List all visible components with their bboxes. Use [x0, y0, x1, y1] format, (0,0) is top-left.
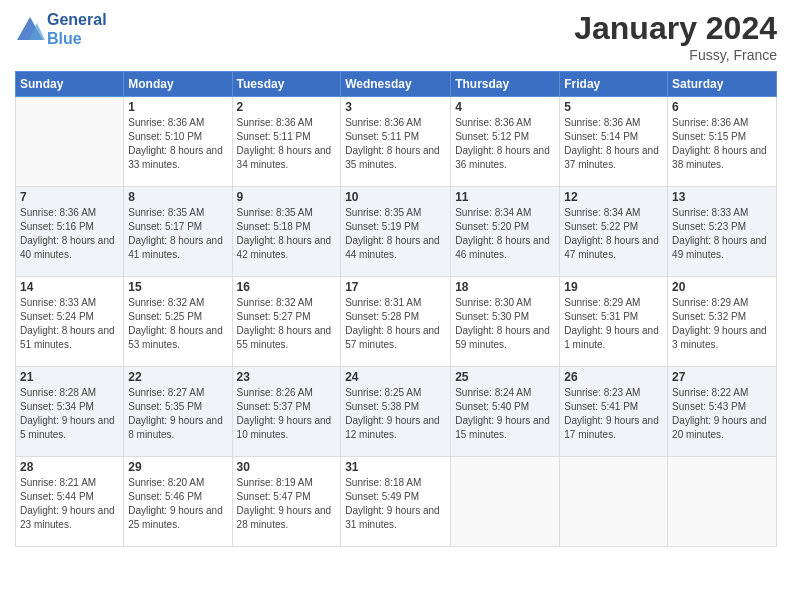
calendar-cell	[560, 457, 668, 547]
day-info-line: Sunrise: 8:30 AM	[455, 296, 555, 310]
day-info: Sunrise: 8:26 AMSunset: 5:37 PMDaylight:…	[237, 386, 337, 442]
day-info-line: Sunrise: 8:34 AM	[564, 206, 663, 220]
day-info-line: Daylight: 9 hours and 12 minutes.	[345, 414, 446, 442]
day-info: Sunrise: 8:36 AMSunset: 5:10 PMDaylight:…	[128, 116, 227, 172]
day-info: Sunrise: 8:36 AMSunset: 5:12 PMDaylight:…	[455, 116, 555, 172]
day-info: Sunrise: 8:34 AMSunset: 5:22 PMDaylight:…	[564, 206, 663, 262]
calendar-cell: 12Sunrise: 8:34 AMSunset: 5:22 PMDayligh…	[560, 187, 668, 277]
day-info: Sunrise: 8:35 AMSunset: 5:19 PMDaylight:…	[345, 206, 446, 262]
day-number: 31	[345, 460, 446, 474]
day-info-line: Sunset: 5:41 PM	[564, 400, 663, 414]
day-info-line: Sunrise: 8:36 AM	[237, 116, 337, 130]
day-info-line: Daylight: 8 hours and 44 minutes.	[345, 234, 446, 262]
day-info: Sunrise: 8:34 AMSunset: 5:20 PMDaylight:…	[455, 206, 555, 262]
calendar-cell: 15Sunrise: 8:32 AMSunset: 5:25 PMDayligh…	[124, 277, 232, 367]
day-number: 1	[128, 100, 227, 114]
day-info: Sunrise: 8:36 AMSunset: 5:11 PMDaylight:…	[237, 116, 337, 172]
day-info: Sunrise: 8:21 AMSunset: 5:44 PMDaylight:…	[20, 476, 119, 532]
day-info-line: Sunset: 5:28 PM	[345, 310, 446, 324]
day-number: 2	[237, 100, 337, 114]
col-saturday: Saturday	[668, 72, 777, 97]
day-info-line: Sunset: 5:15 PM	[672, 130, 772, 144]
day-info-line: Sunset: 5:23 PM	[672, 220, 772, 234]
day-info-line: Daylight: 9 hours and 10 minutes.	[237, 414, 337, 442]
day-info-line: Daylight: 8 hours and 46 minutes.	[455, 234, 555, 262]
day-info-line: Sunrise: 8:35 AM	[237, 206, 337, 220]
day-info-line: Sunset: 5:35 PM	[128, 400, 227, 414]
day-info: Sunrise: 8:30 AMSunset: 5:30 PMDaylight:…	[455, 296, 555, 352]
day-info: Sunrise: 8:25 AMSunset: 5:38 PMDaylight:…	[345, 386, 446, 442]
day-number: 6	[672, 100, 772, 114]
calendar-cell: 24Sunrise: 8:25 AMSunset: 5:38 PMDayligh…	[341, 367, 451, 457]
col-sunday: Sunday	[16, 72, 124, 97]
calendar-cell: 7Sunrise: 8:36 AMSunset: 5:16 PMDaylight…	[16, 187, 124, 277]
day-info-line: Sunrise: 8:36 AM	[345, 116, 446, 130]
day-info: Sunrise: 8:33 AMSunset: 5:23 PMDaylight:…	[672, 206, 772, 262]
day-number: 3	[345, 100, 446, 114]
day-number: 24	[345, 370, 446, 384]
day-info-line: Sunrise: 8:35 AM	[128, 206, 227, 220]
day-info: Sunrise: 8:36 AMSunset: 5:14 PMDaylight:…	[564, 116, 663, 172]
day-info-line: Sunset: 5:10 PM	[128, 130, 227, 144]
day-number: 5	[564, 100, 663, 114]
calendar-week-row: 21Sunrise: 8:28 AMSunset: 5:34 PMDayligh…	[16, 367, 777, 457]
day-info-line: Sunrise: 8:28 AM	[20, 386, 119, 400]
calendar-cell: 9Sunrise: 8:35 AMSunset: 5:18 PMDaylight…	[232, 187, 341, 277]
day-info-line: Daylight: 9 hours and 23 minutes.	[20, 504, 119, 532]
day-info: Sunrise: 8:29 AMSunset: 5:31 PMDaylight:…	[564, 296, 663, 352]
day-info-line: Daylight: 8 hours and 38 minutes.	[672, 144, 772, 172]
day-info-line: Sunset: 5:12 PM	[455, 130, 555, 144]
day-info-line: Sunrise: 8:36 AM	[455, 116, 555, 130]
day-info-line: Sunrise: 8:27 AM	[128, 386, 227, 400]
calendar-cell	[668, 457, 777, 547]
day-info: Sunrise: 8:19 AMSunset: 5:47 PMDaylight:…	[237, 476, 337, 532]
day-info-line: Sunrise: 8:36 AM	[564, 116, 663, 130]
calendar-cell: 19Sunrise: 8:29 AMSunset: 5:31 PMDayligh…	[560, 277, 668, 367]
day-info-line: Sunset: 5:40 PM	[455, 400, 555, 414]
day-info-line: Sunrise: 8:32 AM	[128, 296, 227, 310]
day-number: 15	[128, 280, 227, 294]
day-info-line: Sunset: 5:14 PM	[564, 130, 663, 144]
day-info-line: Sunset: 5:47 PM	[237, 490, 337, 504]
day-info-line: Daylight: 9 hours and 17 minutes.	[564, 414, 663, 442]
day-number: 21	[20, 370, 119, 384]
calendar-week-row: 1Sunrise: 8:36 AMSunset: 5:10 PMDaylight…	[16, 97, 777, 187]
day-info: Sunrise: 8:23 AMSunset: 5:41 PMDaylight:…	[564, 386, 663, 442]
calendar-week-row: 28Sunrise: 8:21 AMSunset: 5:44 PMDayligh…	[16, 457, 777, 547]
calendar-cell: 28Sunrise: 8:21 AMSunset: 5:44 PMDayligh…	[16, 457, 124, 547]
day-info: Sunrise: 8:22 AMSunset: 5:43 PMDaylight:…	[672, 386, 772, 442]
day-info-line: Sunrise: 8:20 AM	[128, 476, 227, 490]
header: General Blue January 2024 Fussy, France	[15, 10, 777, 63]
day-info-line: Sunrise: 8:35 AM	[345, 206, 446, 220]
day-number: 30	[237, 460, 337, 474]
location: Fussy, France	[574, 47, 777, 63]
day-info-line: Sunset: 5:27 PM	[237, 310, 337, 324]
calendar-cell: 4Sunrise: 8:36 AMSunset: 5:12 PMDaylight…	[451, 97, 560, 187]
day-number: 8	[128, 190, 227, 204]
day-info-line: Sunset: 5:11 PM	[237, 130, 337, 144]
day-info-line: Daylight: 8 hours and 35 minutes.	[345, 144, 446, 172]
day-info-line: Sunset: 5:46 PM	[128, 490, 227, 504]
day-info-line: Daylight: 8 hours and 36 minutes.	[455, 144, 555, 172]
day-info-line: Sunrise: 8:26 AM	[237, 386, 337, 400]
day-number: 25	[455, 370, 555, 384]
calendar-cell: 8Sunrise: 8:35 AMSunset: 5:17 PMDaylight…	[124, 187, 232, 277]
calendar-cell: 6Sunrise: 8:36 AMSunset: 5:15 PMDaylight…	[668, 97, 777, 187]
day-info-line: Sunset: 5:18 PM	[237, 220, 337, 234]
day-info-line: Sunset: 5:37 PM	[237, 400, 337, 414]
calendar-cell: 22Sunrise: 8:27 AMSunset: 5:35 PMDayligh…	[124, 367, 232, 457]
day-info: Sunrise: 8:24 AMSunset: 5:40 PMDaylight:…	[455, 386, 555, 442]
calendar-header-row: Sunday Monday Tuesday Wednesday Thursday…	[16, 72, 777, 97]
day-info-line: Daylight: 9 hours and 25 minutes.	[128, 504, 227, 532]
day-number: 10	[345, 190, 446, 204]
day-info-line: Sunrise: 8:32 AM	[237, 296, 337, 310]
calendar-cell: 5Sunrise: 8:36 AMSunset: 5:14 PMDaylight…	[560, 97, 668, 187]
day-number: 9	[237, 190, 337, 204]
day-info-line: Daylight: 8 hours and 51 minutes.	[20, 324, 119, 352]
calendar-cell: 26Sunrise: 8:23 AMSunset: 5:41 PMDayligh…	[560, 367, 668, 457]
day-info-line: Sunrise: 8:36 AM	[672, 116, 772, 130]
day-info-line: Sunrise: 8:36 AM	[128, 116, 227, 130]
day-info: Sunrise: 8:33 AMSunset: 5:24 PMDaylight:…	[20, 296, 119, 352]
day-info-line: Sunrise: 8:34 AM	[455, 206, 555, 220]
day-info-line: Sunset: 5:11 PM	[345, 130, 446, 144]
